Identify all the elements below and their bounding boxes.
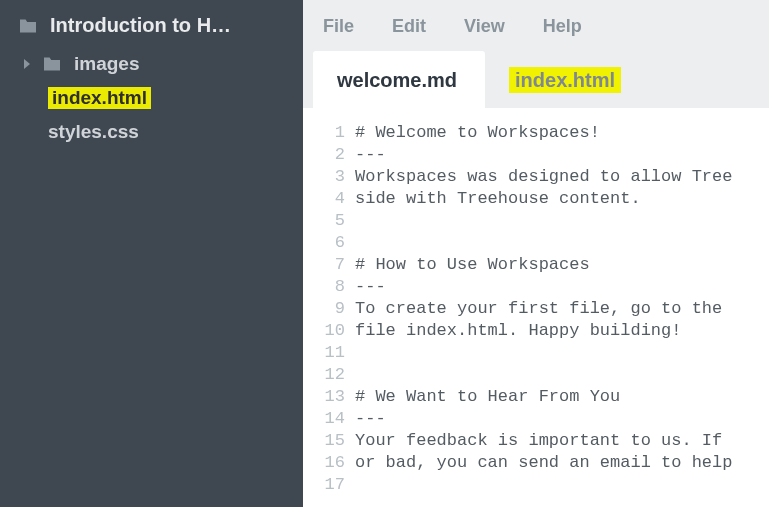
project-root-label: Introduction to H…	[50, 14, 231, 37]
line-number: 17	[303, 474, 345, 496]
tab-bar: welcome.md index.html	[303, 51, 769, 108]
line-number: 15	[303, 430, 345, 452]
code-line	[355, 364, 769, 386]
code-line: ---	[355, 144, 769, 166]
tab-index-html[interactable]: index.html	[485, 51, 649, 108]
tab-label: welcome.md	[337, 69, 457, 91]
line-number: 8	[303, 276, 345, 298]
line-number: 6	[303, 232, 345, 254]
tree-file-index-html[interactable]: index.html	[0, 81, 303, 115]
code-line: side with Treehouse content.	[355, 188, 769, 210]
code-line: # How to Use Workspaces	[355, 254, 769, 276]
tree-item-label: index.html	[48, 87, 151, 109]
line-number: 14	[303, 408, 345, 430]
menu-view[interactable]: View	[464, 16, 505, 37]
line-number: 10	[303, 320, 345, 342]
folder-icon	[42, 56, 62, 72]
line-number: 3	[303, 166, 345, 188]
menu-help[interactable]: Help	[543, 16, 582, 37]
line-number: 13	[303, 386, 345, 408]
line-number: 9	[303, 298, 345, 320]
code-content[interactable]: # Welcome to Workspaces!---Workspaces wa…	[355, 122, 769, 507]
line-gutter: 1234567891011121314151617	[303, 122, 355, 507]
line-number: 12	[303, 364, 345, 386]
main-area: File Edit View Help welcome.md index.htm…	[303, 0, 769, 507]
code-line: ---	[355, 408, 769, 430]
menu-bar: File Edit View Help	[303, 0, 769, 51]
code-editor[interactable]: 1234567891011121314151617 # Welcome to W…	[303, 108, 769, 507]
tree-file-styles-css[interactable]: styles.css	[0, 115, 303, 149]
line-number: 16	[303, 452, 345, 474]
code-line	[355, 210, 769, 232]
code-line	[355, 232, 769, 254]
line-number: 4	[303, 188, 345, 210]
file-tree-sidebar: Introduction to H… images index.html sty…	[0, 0, 303, 507]
line-number: 7	[303, 254, 345, 276]
code-line: or bad, you can send an email to help	[355, 452, 769, 474]
tab-label: index.html	[509, 67, 621, 93]
caret-right-icon	[22, 59, 32, 69]
code-line: file index.html. Happy building!	[355, 320, 769, 342]
code-line: # We Want to Hear From You	[355, 386, 769, 408]
folder-icon	[18, 18, 38, 34]
menu-edit[interactable]: Edit	[392, 16, 426, 37]
code-line	[355, 342, 769, 364]
project-root[interactable]: Introduction to H…	[0, 8, 303, 47]
tab-welcome-md[interactable]: welcome.md	[313, 51, 485, 108]
tree-folder-images[interactable]: images	[0, 47, 303, 81]
line-number: 5	[303, 210, 345, 232]
code-line	[355, 474, 769, 496]
code-line: ---	[355, 276, 769, 298]
line-number: 1	[303, 122, 345, 144]
tree-item-label: images	[74, 53, 139, 75]
code-line: To create your first file, go to the	[355, 298, 769, 320]
code-line: Your feedback is important to us. If	[355, 430, 769, 452]
menu-file[interactable]: File	[323, 16, 354, 37]
code-line: Workspaces was designed to allow Tree	[355, 166, 769, 188]
tree-item-label: styles.css	[48, 121, 139, 143]
line-number: 11	[303, 342, 345, 364]
line-number: 2	[303, 144, 345, 166]
code-line: # Welcome to Workspaces!	[355, 122, 769, 144]
